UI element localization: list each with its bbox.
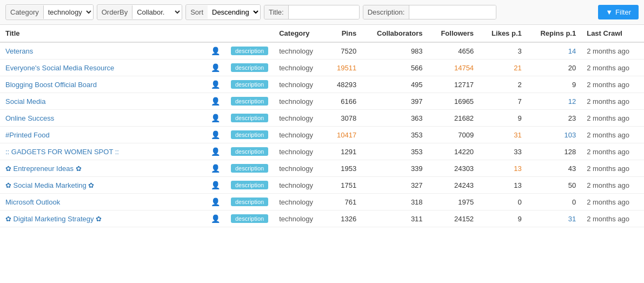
user-icon[interactable]: 👤 [211,164,220,173]
cell-followers: 12717 [428,76,480,93]
cell-followers: 1975 [428,194,480,210]
cell-last-crawl: 2 months ago [581,177,644,194]
cell-collaborators: 566 [362,60,428,76]
cell-category: technology [274,93,326,110]
table-row: ✿ Digital Marketing Strategy ✿ 👤 descrip… [0,210,644,227]
user-icon[interactable]: 👤 [211,147,220,156]
cell-category: technology [274,177,326,194]
description-input[interactable] [409,5,496,19]
col-repins: Repins p.1 [527,25,581,42]
title-link[interactable]: #Printed Food [5,131,50,139]
col-category: Category [274,25,326,42]
cell-last-crawl: 2 months ago [581,210,644,227]
cell-category: technology [274,76,326,93]
user-icon[interactable]: 👤 [211,114,220,122]
description-button[interactable]: description [231,147,268,156]
title-link[interactable]: Social Media [5,97,45,106]
description-button[interactable]: description [231,164,268,173]
user-icon[interactable]: 👤 [211,47,220,55]
cell-user-icon: 👤 [205,177,225,194]
description-button[interactable]: description [231,80,268,89]
cell-collaborators: 318 [362,194,428,210]
title-link[interactable]: ✿ Digital Marketing Strategy ✿ [5,215,102,223]
cell-title: Veterans [0,42,205,60]
cell-title: ✿ Digital Marketing Strategy ✿ [0,210,205,227]
cell-repins: 14 [527,42,581,60]
title-input[interactable] [289,5,359,19]
user-icon[interactable]: 👤 [211,181,220,189]
description-button[interactable]: description [231,130,268,139]
cell-collaborators: 339 [362,160,428,177]
cell-desc-btn: description [225,76,274,93]
filter-button-label: Filter [615,8,631,16]
cell-repins: 23 [527,110,581,127]
description-button[interactable]: description [231,181,268,189]
cell-repins: 20 [527,60,581,76]
col-followers: Followers [428,25,480,42]
filter-button[interactable]: ▼ Filter [598,5,639,19]
cell-last-crawl: 2 months ago [581,143,644,160]
title-link[interactable]: Everyone's Social Media Resource [5,64,114,72]
title-link[interactable]: ✿ Entrepreneur Ideas ✿ [5,164,82,173]
cell-likes: 9 [479,210,527,227]
sort-select[interactable]: Descending Ascending [208,5,260,19]
cell-title: ✿ Social Media Marketing ✿ [0,177,205,194]
cell-pins: 10417 [326,127,362,143]
orderby-select[interactable]: Collabor. Followers Pins Likes p.1 Repin… [132,5,182,19]
table-row: Online Success 👤 description technology … [0,110,644,127]
cell-collaborators: 353 [362,143,428,160]
title-link[interactable]: ✿ Social Media Marketing ✿ [5,181,94,189]
col-pins: Pins [326,25,362,42]
cell-desc-btn: description [225,60,274,76]
cell-user-icon: 👤 [205,160,225,177]
category-select[interactable]: technology business design food art [44,5,93,19]
title-label: Title: [264,5,289,19]
filter-icon: ▼ [606,8,613,16]
cell-user-icon: 👤 [205,76,225,93]
user-icon[interactable]: 👤 [211,214,220,223]
cell-title: Everyone's Social Media Resource [0,60,205,76]
user-icon[interactable]: 👤 [211,198,220,206]
cell-title: Blogging Boost Official Board [0,76,205,93]
cell-likes: 13 [479,160,527,177]
user-icon[interactable]: 👤 [211,63,220,72]
cell-last-crawl: 2 months ago [581,110,644,127]
title-link[interactable]: Blogging Boost Official Board [5,81,97,89]
cell-pins: 1953 [326,160,362,177]
table-header-row: Title Category Pins Collaborators Follow… [0,25,644,42]
user-icon[interactable]: 👤 [211,130,220,139]
table-row: Everyone's Social Media Resource 👤 descr… [0,60,644,76]
title-link[interactable]: Online Success [5,114,54,122]
table-row: #Printed Food 👤 description technology 1… [0,127,644,143]
cell-category: technology [274,60,326,76]
user-icon[interactable]: 👤 [211,97,220,106]
cell-followers: 24152 [428,210,480,227]
cell-pins: 3078 [326,110,362,127]
cell-last-crawl: 2 months ago [581,127,644,143]
cell-title: ✿ Entrepreneur Ideas ✿ [0,160,205,177]
cell-repins: 103 [527,127,581,143]
cell-collaborators: 397 [362,93,428,110]
description-button[interactable]: description [231,47,268,55]
description-button[interactable]: description [231,198,268,206]
cell-category: technology [274,194,326,210]
table-row: Veterans 👤 description technology 7520 9… [0,42,644,60]
cell-followers: 24303 [428,160,480,177]
description-label: Description: [363,5,410,19]
description-filter: Description: [363,5,497,19]
cell-repins: 9 [527,76,581,93]
cell-desc-btn: description [225,143,274,160]
user-icon[interactable]: 👤 [211,80,220,89]
title-link[interactable]: Veterans [5,47,33,55]
cell-user-icon: 👤 [205,60,225,76]
table-row: Blogging Boost Official Board 👤 descript… [0,76,644,93]
title-link[interactable]: Microsoft Outlook [5,198,60,206]
cell-repins: 12 [527,93,581,110]
title-link[interactable]: :: GADGETS FOR WOMEN SPOT :: [5,148,119,156]
description-button[interactable]: description [231,214,268,223]
description-button[interactable]: description [231,63,268,72]
description-button[interactable]: description [231,114,268,122]
main-table: Title Category Pins Collaborators Follow… [0,25,644,227]
description-button[interactable]: description [231,97,268,106]
cell-desc-btn: description [225,177,274,194]
